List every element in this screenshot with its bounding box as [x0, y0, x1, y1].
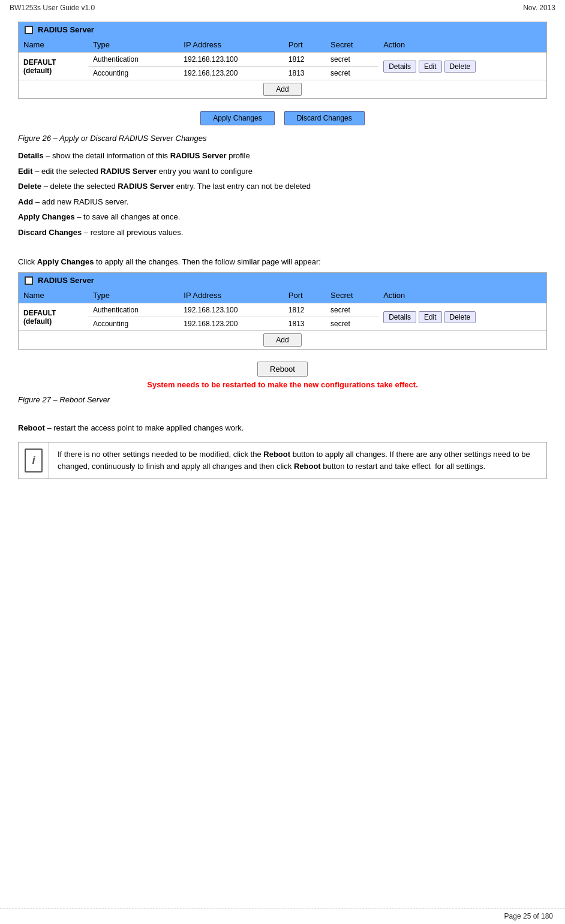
secret-auth-fig27: secret — [326, 303, 378, 317]
action-buttons-fig27: Details Edit Delete — [383, 311, 542, 323]
col-ip-fig27: IP Address — [179, 288, 284, 303]
doc-date: Nov. 2013 — [523, 4, 555, 12]
main-content: RADIUS Server Name Type IP Address Port … — [0, 16, 565, 503]
secret-acct-fig26: secret — [326, 67, 378, 80]
edit-button-fig27[interactable]: Edit — [419, 311, 442, 323]
col-secret-fig26: Secret — [326, 37, 378, 53]
bold-radius-details: RADIUS Server — [170, 151, 227, 160]
radius-box-title-fig27: RADIUS Server — [19, 273, 546, 288]
note-icon-cell: i — [19, 443, 49, 478]
ip-auth-fig26: 192.168.123.100 — [179, 53, 284, 67]
bold-radius-delete: RADIUS Server — [118, 182, 174, 191]
term-add: Add — [18, 197, 33, 206]
col-action-fig26: Action — [378, 37, 546, 53]
bold-radius-edit: RADIUS Server — [100, 167, 157, 176]
info-icon: i — [25, 449, 43, 472]
click-apply-changes: Apply Changes — [37, 257, 94, 266]
term-edit: Edit — [18, 167, 33, 176]
ip-acct-fig26: 192.168.123.200 — [179, 67, 284, 80]
col-type-fig27: Type — [88, 288, 179, 303]
radius-table-fig26: Name Type IP Address Port Secret Action … — [19, 37, 546, 98]
radius-box-figure26: RADIUS Server Name Type IP Address Port … — [18, 22, 547, 99]
port-acct-fig27: 1813 — [284, 317, 326, 331]
action-cell-fig27: Details Edit Delete — [378, 303, 546, 331]
type-acct-fig27: Accounting — [88, 317, 179, 331]
reboot-description: Reboot – restart the access point to mak… — [18, 423, 547, 432]
table-header-row-fig26: Name Type IP Address Port Secret Action — [19, 37, 546, 53]
radius-icon-fig27 — [25, 276, 33, 285]
type-auth-fig27: Authentication — [88, 303, 179, 317]
secret-auth-fig26: secret — [326, 53, 378, 67]
action-cell-fig26: Details Edit Delete — [378, 53, 546, 80]
desc-delete: Delete – delete the selected RADIUS Serv… — [18, 180, 547, 192]
desc-edit: Edit – edit the selected RADIUS Server e… — [18, 165, 547, 177]
desc-add: Add – add new RADIUS server. — [18, 196, 547, 208]
page-footer: Page 25 of 180 — [0, 908, 565, 924]
system-warning: System needs to be restarted to make the… — [18, 380, 547, 389]
ip-acct-fig27: 192.168.123.200 — [179, 317, 284, 331]
details-button-fig26[interactable]: Details — [383, 61, 416, 73]
page-number: Page 25 of 180 — [504, 912, 553, 920]
radius-icon-fig26 — [25, 26, 33, 34]
click-instruction: Click Apply Changes to apply all the cha… — [18, 257, 547, 266]
desc-details: Details – show the detail information of… — [18, 150, 547, 162]
note-text-content: If there is no other settings needed to … — [49, 443, 546, 478]
col-port-fig27: Port — [284, 288, 326, 303]
figure27-caption: Figure 27 – Reboot Server — [18, 395, 547, 404]
delete-button-fig27[interactable]: Delete — [444, 311, 476, 323]
radius-box-title-fig26: RADIUS Server — [19, 22, 546, 37]
discard-button-fig26[interactable]: Discard Changes — [284, 111, 365, 125]
col-secret-fig27: Secret — [326, 288, 378, 303]
port-acct-fig26: 1813 — [284, 67, 326, 80]
action-buttons-fig26: Details Edit Delete — [383, 61, 542, 73]
secret-acct-fig27: secret — [326, 317, 378, 331]
term-discard: Discard Changes — [18, 228, 82, 237]
radius-table-fig27: Name Type IP Address Port Secret Action … — [19, 288, 546, 349]
delete-button-fig26[interactable]: Delete — [444, 61, 476, 73]
col-type-fig26: Type — [88, 37, 179, 53]
table-header-row-fig27: Name Type IP Address Port Secret Action — [19, 288, 546, 303]
note-reboot-bold1: Reboot — [263, 450, 290, 459]
table-row: DEFAULT(default) Authentication 192.168.… — [19, 303, 546, 317]
server-name-fig27: DEFAULT(default) — [19, 303, 88, 331]
page-header: BW1253s User Guide v1.0 Nov. 2013 — [0, 0, 565, 16]
desc-discard: Discard Changes – restore all previous v… — [18, 227, 547, 239]
add-button-fig26[interactable]: Add — [263, 83, 301, 96]
col-action-fig27: Action — [378, 288, 546, 303]
server-name-fig26: DEFAULT(default) — [19, 53, 88, 80]
radius-title-label-fig26: RADIUS Server — [38, 25, 94, 34]
reboot-button[interactable]: Reboot — [257, 362, 308, 377]
type-acct-fig26: Accounting — [88, 67, 179, 80]
apply-button-fig26[interactable]: Apply Changes — [200, 111, 274, 125]
note-box: i If there is no other settings needed t… — [18, 442, 547, 479]
radius-title-label-fig27: RADIUS Server — [38, 276, 94, 285]
col-ip-fig26: IP Address — [179, 37, 284, 53]
col-port-fig26: Port — [284, 37, 326, 53]
note-reboot-bold2: Reboot — [294, 462, 321, 471]
term-apply: Apply Changes — [18, 212, 75, 221]
reboot-section: Reboot — [18, 362, 547, 377]
details-button-fig27[interactable]: Details — [383, 311, 416, 323]
figure26-caption: Figure 26 – Apply or Discard RADIUS Serv… — [18, 134, 547, 143]
desc-apply: Apply Changes – to save all changes at o… — [18, 211, 547, 223]
term-reboot: Reboot — [18, 423, 45, 432]
col-name-fig26: Name — [19, 37, 88, 53]
ip-auth-fig27: 192.168.123.100 — [179, 303, 284, 317]
description-block: Details – show the detail information of… — [18, 150, 547, 238]
radius-box-figure27: RADIUS Server Name Type IP Address Port … — [18, 272, 547, 350]
doc-title: BW1253s User Guide v1.0 — [10, 4, 95, 12]
type-auth-fig26: Authentication — [88, 53, 179, 67]
term-details: Details — [18, 151, 44, 160]
add-button-fig27[interactable]: Add — [263, 333, 301, 347]
port-auth-fig26: 1812 — [284, 53, 326, 67]
port-auth-fig27: 1812 — [284, 303, 326, 317]
reboot-desc-text: – restart the access point to make appli… — [47, 423, 244, 432]
col-name-fig27: Name — [19, 288, 88, 303]
apply-discard-row-fig26: Apply Changes Discard Changes — [18, 111, 547, 125]
table-row: DEFAULT(default) Authentication 192.168.… — [19, 53, 546, 67]
add-row-fig26: Add — [19, 80, 546, 99]
edit-button-fig26[interactable]: Edit — [419, 61, 442, 73]
add-row-fig27: Add — [19, 331, 546, 350]
term-delete: Delete — [18, 182, 41, 191]
